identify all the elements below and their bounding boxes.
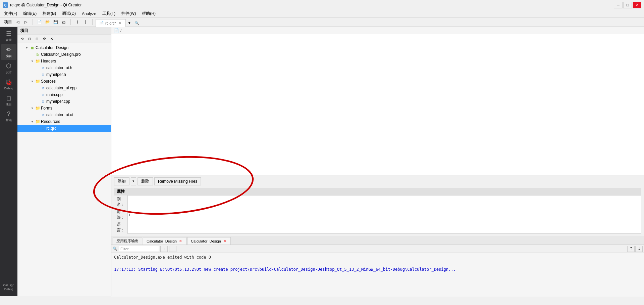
window-title: rc.qrc @ Calculator_Design - Qt Creator — [10, 3, 82, 7]
tree-item-myhelper-cpp[interactable]: ▶ 🗎 myhelper.cpp — [17, 98, 111, 105]
alias-value[interactable] — [128, 195, 641, 208]
search-icon: 🔍 — [113, 247, 117, 251]
output-scroll-top-btn[interactable]: ⤒ — [627, 246, 635, 252]
window-controls[interactable]: ─ □ ✕ — [614, 2, 641, 8]
menu-help[interactable]: 帮助(H) — [139, 10, 158, 17]
bottom-panel: 应用程序输出 Calculator_Design ✕ Calculator_De… — [111, 236, 644, 296]
menu-file[interactable]: 文件(F) — [1, 10, 20, 17]
bottom-tab-calc-design-2[interactable]: Calculator_Design ✕ — [187, 237, 231, 245]
tree-label-rc-qrc: rc.qrc — [46, 126, 56, 131]
cpp-file-icon-1: 🗎 — [40, 85, 46, 91]
tab-label: rc.qrc* — [105, 21, 116, 25]
filter-remove-btn[interactable]: − — [169, 246, 176, 252]
toggle-headers: ▼ — [30, 58, 35, 64]
filter-add-btn[interactable]: + — [160, 246, 168, 252]
toolbar-new-btn[interactable]: 📄 — [36, 18, 43, 26]
minimize-button[interactable]: ─ — [614, 2, 623, 8]
add-dropdown-button[interactable]: ▼ — [131, 177, 136, 185]
edit-label: 编辑 — [6, 54, 12, 58]
project-panel: 项目 ⟲ ⊟ ⊞ ⚙ ✕ ▼ ◼ Calculator_Design ▶ 🗎 C… — [17, 27, 111, 296]
prefix-value[interactable]: / — [128, 208, 641, 221]
toolbar-save-btn[interactable]: 💾 — [52, 18, 59, 26]
toolbar-saveall-btn[interactable]: 🗂 — [60, 18, 67, 26]
toggle-forms: ▼ — [30, 105, 35, 111]
panel-collapse-btn[interactable]: ⊟ — [26, 36, 33, 42]
toolbar-nav-section: ⟨ ⟩ — [72, 18, 91, 26]
toolbar-open-btn[interactable]: 📂 — [44, 18, 51, 26]
bottom-panel-right-btns: ⤒ ⤓ — [627, 246, 643, 252]
tree-item-calculator-ui-ui[interactable]: ▶ 🗎 calculator_ui.ui — [17, 112, 111, 118]
bottom-tab-calc-design-1[interactable]: Calculator_Design ✕ — [143, 237, 186, 245]
calc-design-close-2[interactable]: ✕ — [222, 239, 227, 244]
debug-icon: 🐞 — [5, 79, 12, 86]
panel-settings-btn[interactable]: ⚙ — [41, 36, 48, 42]
project-label-sidebar: 项目 — [6, 102, 12, 107]
tree-item-forms[interactable]: ▼ 📁 Forms — [17, 105, 111, 112]
tab-navigate-btn[interactable]: 🔍 — [133, 19, 141, 27]
tree-item-calculator-ui-h[interactable]: ▶ 🗎 calculator_ui.h — [17, 64, 111, 71]
calc-design-close-1[interactable]: ✕ — [178, 239, 183, 244]
prefix-label: 前缀： — [114, 208, 128, 221]
prefix-row: 前缀： / — [114, 208, 641, 221]
filter-input[interactable] — [119, 246, 159, 252]
toolbar-nav-back[interactable]: ⟨ — [74, 18, 81, 26]
toggle-calculator-design: ▼ — [24, 45, 30, 50]
debug-label: Debug — [4, 87, 13, 90]
language-value[interactable] — [128, 221, 641, 234]
panel-close-btn[interactable]: ✕ — [48, 36, 55, 42]
bottom-panel-tabs: 应用程序输出 Calculator_Design ✕ Calculator_De… — [111, 236, 644, 245]
panel-sync-btn[interactable]: ⟲ — [19, 36, 25, 42]
toolbar-nav-forward[interactable]: ⟩ — [82, 18, 89, 26]
toolbar-back-btn[interactable]: ◁ — [14, 18, 21, 26]
editor-tab-rc-qrc[interactable]: 📄 rc.qrc* ✕ — [96, 19, 126, 27]
main-layout: ☰ 欢迎 ✏ 编辑 ⬡ 设计 🐞 Debug ◻ 项目 ? 帮助 Cal...i… — [0, 27, 644, 296]
tree-item-resources[interactable]: ▼ 📁 Resources — [17, 118, 111, 125]
tree-label-calculator-ui-cpp: calculator_ui.cpp — [46, 86, 76, 90]
close-button[interactable]: ✕ — [633, 2, 641, 8]
sidebar-item-project[interactable]: ◻ 项目 — [1, 93, 16, 108]
sidebar-item-design[interactable]: ⬡ 设计 — [1, 60, 16, 76]
tree-item-rc-qrc[interactable]: ▶ 🗎 rc.qrc — [17, 125, 111, 132]
tree-label-resources: Resources — [41, 119, 60, 124]
menu-build[interactable]: 构建(B) — [40, 10, 59, 17]
sidebar-item-edit[interactable]: ✏ 编辑 — [1, 44, 16, 60]
tree-item-myhelper-h[interactable]: ▶ 🗎 myhelper.h — [17, 71, 111, 78]
tab-overflow-btn[interactable]: ▼ — [126, 19, 133, 27]
tree-label-myhelper-cpp: myhelper.cpp — [46, 99, 70, 104]
sidebar-item-calsign[interactable]: Cal...ign Debug — [1, 279, 16, 295]
menu-edit[interactable]: 编辑(E) — [20, 10, 39, 17]
delete-button[interactable]: 删除 — [138, 177, 153, 185]
sidebar-item-help[interactable]: ? 帮助 — [1, 109, 16, 124]
tree-item-pro[interactable]: ▶ 🗎 Calculator_Design.pro — [17, 51, 111, 58]
tree-item-headers[interactable]: ▼ 📁 Headers — [17, 58, 111, 64]
cpp-file-icon-3: 🗎 — [40, 99, 46, 104]
tree-item-sources[interactable]: ▼ 📁 Sources — [17, 78, 111, 85]
tree-item-main-cpp[interactable]: ▶ 🗎 main.cpp — [17, 91, 111, 98]
alias-row: 别名： — [114, 195, 641, 208]
sidebar-item-debug[interactable]: 🐞 Debug — [1, 77, 16, 92]
qrc-file-icon: 🗎 — [40, 126, 46, 131]
sidebar-item-welcome[interactable]: ☰ 欢迎 — [1, 28, 16, 44]
toolbar-forward-btn[interactable]: ▷ — [22, 18, 30, 26]
tree-item-calculator-ui-cpp[interactable]: ▶ 🗎 calculator_ui.cpp — [17, 85, 111, 91]
add-button[interactable]: 添加 — [114, 177, 129, 185]
menu-tools[interactable]: 工具(T) — [100, 10, 118, 17]
tree-item-calculator-design[interactable]: ▼ ◼ Calculator_Design — [17, 44, 111, 51]
bottom-tab-app-output[interactable]: 应用程序输出 — [113, 237, 142, 245]
output-scroll-bottom-btn[interactable]: ⤓ — [635, 246, 643, 252]
calc-design-label-2: Calculator_Design — [191, 239, 221, 243]
cpp-file-icon-2: 🗎 — [40, 92, 46, 97]
project-file-icon: ◼ — [30, 45, 35, 50]
menu-controls[interactable]: 控件(W) — [119, 10, 139, 17]
remove-missing-files-button[interactable]: Remove Missing Files — [154, 177, 201, 185]
toolbar-sep-2 — [70, 19, 71, 25]
design-icon: ⬡ — [6, 62, 11, 70]
menu-analyze[interactable]: Analyze — [79, 11, 99, 17]
maximize-button[interactable]: □ — [623, 2, 632, 8]
app-icon: Q — [3, 2, 8, 8]
panel-filter-btn[interactable]: ⊞ — [34, 36, 40, 42]
tab-close-btn[interactable]: ✕ — [117, 21, 122, 26]
property-table: 属性 别名： 前缀： / 语言： — [114, 188, 641, 234]
menu-debug[interactable]: 调试(D) — [59, 10, 78, 17]
tree-label-pro: Calculator_Design.pro — [41, 52, 81, 57]
